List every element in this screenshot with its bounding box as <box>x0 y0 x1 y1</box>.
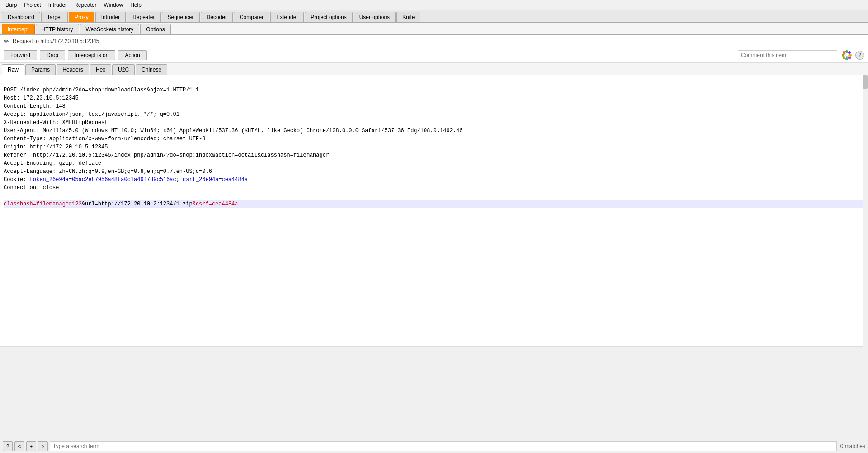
tab-knife[interactable]: Knife <box>396 12 420 22</box>
scrollbar-track[interactable] <box>863 75 868 347</box>
svg-point-6 <box>845 57 848 60</box>
accept-header: Accept: application/json, text/javascrip… <box>4 111 179 118</box>
svg-point-3 <box>848 51 851 54</box>
user-agent-header: User-Agent: Mozilla/5.0 (Windows NT 10.0… <box>4 128 462 134</box>
svg-point-8 <box>842 54 844 57</box>
menu-help[interactable]: Help <box>127 1 145 9</box>
connection-header: Connection: close <box>4 185 59 191</box>
content-tab-bar: Raw Params Headers Hex U2C Chinese <box>0 63 868 75</box>
body-classhash-val: filemanager123 <box>36 201 82 207</box>
sub-tab-http-history[interactable]: HTTP history <box>36 24 79 34</box>
content-type-header: Content-Type: application/x-www-form-url… <box>4 136 205 142</box>
svg-point-7 <box>843 57 845 59</box>
tab-dashboard[interactable]: Dashboard <box>2 12 40 22</box>
body-csrf-key: &csrf= <box>193 201 212 207</box>
tab-intruder[interactable]: Intruder <box>95 12 126 22</box>
tab-target[interactable]: Target <box>41 12 68 22</box>
token-val: 05ac2e87956a48fa0c1a49f789c516ac <box>72 176 176 183</box>
tab-user-options[interactable]: User options <box>354 12 396 22</box>
tab-comparer[interactable]: Comparer <box>234 12 269 22</box>
menu-repeater[interactable]: Repeater <box>71 1 100 9</box>
menu-project[interactable]: Project <box>20 1 44 9</box>
tab-sequencer[interactable]: Sequencer <box>162 12 200 22</box>
svg-point-2 <box>845 50 848 53</box>
tab-decoder[interactable]: Decoder <box>201 12 233 22</box>
content-tab-headers[interactable]: Headers <box>57 64 89 75</box>
tab-extender[interactable]: Extender <box>270 12 304 22</box>
color-picker-icon[interactable] <box>842 50 852 60</box>
content-tab-u2c[interactable]: U2C <box>112 64 135 75</box>
content-tab-raw[interactable]: Raw <box>2 64 24 75</box>
content-tab-hex[interactable]: Hex <box>90 64 111 75</box>
body-url-param: &url=http://172.20.10.2:1234/1.zip <box>82 201 193 207</box>
top-tab-bar: Dashboard Target Proxy Intruder Repeater… <box>0 10 868 23</box>
forward-button[interactable]: Forward <box>4 50 37 60</box>
csrf-name: csrf_26e94a <box>183 176 218 183</box>
pencil-icon: ✏ <box>4 38 9 45</box>
request-url: Request to http://172.20.10.5:12345 <box>13 38 99 44</box>
request-line: POST /index.php/admin/?do=shop:downloadC… <box>4 87 199 93</box>
content-length-header: Content-Length: 148 <box>4 103 66 110</box>
action-button[interactable]: Action <box>118 50 146 60</box>
menu-burp[interactable]: Burp <box>2 1 20 9</box>
sub-tab-intercept[interactable]: Intercept <box>2 24 35 34</box>
request-content[interactable]: POST /index.php/admin/?do=shop:downloadC… <box>0 75 868 347</box>
sub-tab-bar: Intercept HTTP history WebSockets histor… <box>0 23 868 35</box>
body-csrf-val: cea4484a <box>212 201 238 207</box>
csrf-val: cea4484a <box>222 176 248 183</box>
intercept-toggle-button[interactable]: Intercept is on <box>68 50 115 60</box>
svg-point-4 <box>849 54 852 57</box>
drop-button[interactable]: Drop <box>40 50 65 60</box>
referer-header: Referer: http://172.20.10.5:12345/index.… <box>4 152 329 158</box>
comment-input[interactable] <box>738 50 837 60</box>
sub-tab-websockets-history[interactable]: WebSockets history <box>80 24 140 34</box>
menu-window[interactable]: Window <box>100 1 127 9</box>
menu-intruder[interactable]: Intruder <box>45 1 71 9</box>
body-classhash-key: classhash= <box>4 201 36 207</box>
content-tab-params[interactable]: Params <box>25 64 56 75</box>
accept-encoding-header: Accept-Encoding: gzip, deflate <box>4 160 101 167</box>
menubar: Burp Project Intruder Repeater Window He… <box>0 0 868 10</box>
request-bar: ✏ Request to http://172.20.10.5:12345 <box>0 35 868 48</box>
cookie-header: Cookie: token_26e94a=05ac2e87956a48fa0c1… <box>4 176 248 183</box>
origin-header: Origin: http://172.20.10.5:12345 <box>4 144 108 150</box>
toolbar: Forward Drop Intercept is on Action ? <box>0 48 868 63</box>
token-name: token_26e94a <box>30 176 69 183</box>
tab-repeater[interactable]: Repeater <box>127 12 160 22</box>
content-tab-chinese[interactable]: Chinese <box>136 64 167 75</box>
request-content-wrapper: POST /index.php/admin/?do=shop:downloadC… <box>0 75 868 347</box>
host-header: Host: 172.20.10.5:12345 <box>4 95 79 101</box>
scrollbar-thumb[interactable] <box>863 75 868 89</box>
accept-language-header: Accept-Language: zh-CN,zh;q=0.9,en-GB;q=… <box>4 168 212 175</box>
svg-point-5 <box>848 57 851 59</box>
sub-tab-options[interactable]: Options <box>140 24 170 34</box>
help-icon[interactable]: ? <box>855 51 864 60</box>
svg-point-1 <box>843 51 845 54</box>
tab-proxy[interactable]: Proxy <box>69 12 94 22</box>
xhr-header: X-Requested-With: XMLHttpRequest <box>4 119 108 126</box>
tab-project-options[interactable]: Project options <box>305 12 352 22</box>
request-body: classhash=filemanager123&url=http://172.… <box>4 200 864 208</box>
